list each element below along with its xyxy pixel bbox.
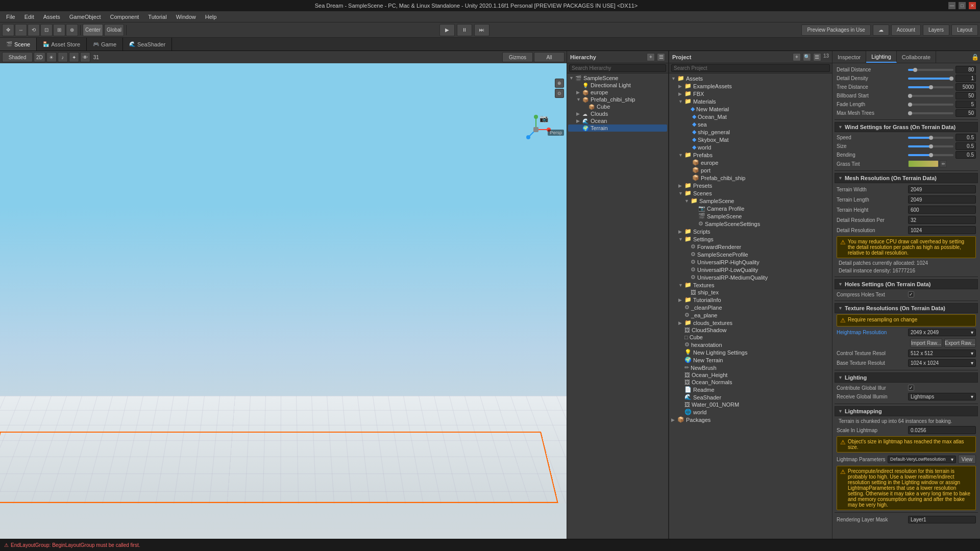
tab-game[interactable]: 🎮 Game [87,38,123,51]
proj-urp-high[interactable]: ⚙ UniversalRP-HighQuality [670,258,831,266]
scene-nav-btn-1[interactable]: ⊕ [555,79,564,88]
proj-world[interactable]: ◆ world [670,143,831,151]
proj-tutorial-info[interactable]: ▶ 📁 TutorialInfo [670,296,831,304]
shading-mode-button[interactable]: Shaded [2,52,33,62]
base-texture-select[interactable]: 1024 x 1024 ▾ [908,359,976,367]
proj-skybox-mat[interactable]: ◆ Skybox_Mat [670,136,831,143]
hierarchy-add-button[interactable]: + [647,53,655,61]
proj-hexarotation[interactable]: ⚙ hexarotation [670,341,831,348]
proj-ship-general[interactable]: ◆ ship_general [670,128,831,136]
proj-ea-plane[interactable]: ⚙ _ea_plane [670,311,831,319]
billboard-start-value[interactable]: 50 [955,92,976,99]
proj-presets[interactable]: ▶ 📁 Presets [670,182,831,189]
terrain-width-value[interactable]: 2049 [908,185,976,193]
detail-density-control[interactable]: 1 [908,74,976,82]
proj-settings[interactable]: ▼ 📁 Settings [670,235,831,243]
proj-readme[interactable]: 📄 Readme [670,386,831,393]
proj-urp-medium[interactable]: ⚙ UniversalRP-MediumQuality [670,273,831,281]
hierarchy-item-europe[interactable]: ▶ 📦 europe [568,89,667,96]
hierarchy-item-terrain[interactable]: ▶ 🌍 Terrain [568,124,667,132]
wind-size-slider[interactable] [908,145,953,147]
wind-bending-slider[interactable] [908,154,953,156]
scene-fx-button[interactable]: ✦ [69,52,79,62]
rendering-layer-value[interactable]: Layer1 [908,516,976,523]
proj-prefab-chibi-ship[interactable]: 📦 Prefab_chibi_ship [670,174,831,182]
preview-packages-button[interactable]: Preview Packages in Use [801,24,870,36]
export-raw-button[interactable]: Export Raw... [944,338,976,347]
2d-mode-button[interactable]: 2D [34,52,45,62]
move-tool[interactable]: ↔ [15,24,27,36]
all-tag-button[interactable]: All [534,52,565,62]
texture-res-header[interactable]: ▼ Texture Resolutions (On Terrain Data) [835,303,978,313]
project-add-button[interactable]: + [793,53,801,61]
grass-tint-swatch[interactable] [908,160,939,167]
tree-distance-slider[interactable] [908,86,953,88]
proj-example-assets[interactable]: ▶ 📁 ExampleAssets [670,82,831,90]
terrain-length-value[interactable]: 2049 [908,195,976,204]
gizmos-button[interactable]: Gizmos [502,52,533,62]
grass-tint-edit-button[interactable]: ✏ [940,160,947,167]
tab-asset-store[interactable]: 🏪 Asset Store [37,38,87,51]
menu-gameobject[interactable]: GameObject [65,13,105,21]
wind-speed-slider[interactable] [908,137,953,139]
pivot-global-button[interactable]: Global [104,24,124,36]
fade-length-control[interactable]: 5 [908,101,976,108]
close-button[interactable]: ✕ [969,2,976,9]
wind-speed-control[interactable]: 0.5 [908,134,976,141]
scene-view[interactable]: Shaded 2D ☀ ♪ ✦ 👁 31 Gizmos All [0,51,567,539]
proj-forward-renderer[interactable]: ⚙ ForwardRenderer [670,243,831,251]
proj-ocean-height[interactable]: 🖼 Ocean_Height [670,371,831,379]
tab-inspector[interactable]: Inspector [832,51,866,63]
proj-clean-plane[interactable]: ⚙ _cleanPlane [670,304,831,311]
hierarchy-item-directional-light[interactable]: ▶ 💡 Directional Light [568,82,667,89]
proj-assets-folder[interactable]: ▼ 📁 Assets [670,74,831,82]
scale-lightmap-value[interactable]: 0.0256 [908,426,976,434]
maximize-button[interactable]: □ [959,2,966,9]
max-mesh-trees-slider[interactable] [908,112,953,114]
project-search-input[interactable] [671,64,830,72]
account-button[interactable]: Account [891,24,921,36]
play-button[interactable]: ▶ [439,24,455,36]
contribute-global-checkbox[interactable]: ✓ [908,385,914,391]
proj-sample-scene-folder[interactable]: ▼ 📁 SampleScene [670,197,831,205]
tree-distance-control[interactable]: 5000 [908,83,976,91]
proj-scenes[interactable]: ▼ 📁 Scenes [670,189,831,197]
tab-scene[interactable]: 🎬 Scene [0,38,37,51]
proj-materials[interactable]: ▼ 📁 Materials [670,97,831,105]
control-texture-select[interactable]: 512 x 512 ▾ [908,349,976,357]
proj-urp-low[interactable]: ⚙ UniversalRP-LowQuality [670,266,831,273]
wind-bending-value[interactable]: 0.5 [955,151,976,159]
detail-distance-slider[interactable] [908,69,953,71]
proj-packages[interactable]: ▶ 📦 Packages [670,416,831,423]
tree-distance-value[interactable]: 5000 [955,83,976,91]
fade-length-slider[interactable] [908,104,953,106]
proj-ocean-normals[interactable]: 🖼 Ocean_Normals [670,379,831,386]
scene-hidden-objects-button[interactable]: 👁 [80,52,90,62]
lp-view-button[interactable]: View [958,455,976,464]
detail-distance-value[interactable]: 80 [955,66,976,73]
hierarchy-item-clouds[interactable]: ▶ ☁ Clouds [568,110,667,117]
detail-res-per-value[interactable]: 32 [908,216,976,224]
project-search-button[interactable]: 🔍 [803,53,811,61]
proj-port[interactable]: 📦 port [670,166,831,174]
menu-component[interactable]: Component [106,13,143,21]
scene-lighting-button[interactable]: ☀ [46,52,57,62]
menu-file[interactable]: File [2,13,19,21]
layout-button[interactable]: Layout [951,24,978,36]
fade-length-value[interactable]: 5 [955,101,976,108]
pivot-center-button[interactable]: Center [83,24,103,36]
heightmap-res-select[interactable]: 2049 x 2049 ▾ [908,329,976,336]
wind-bending-control[interactable]: 0.5 [908,151,976,159]
mesh-resolution-header[interactable]: ▼ Mesh Resolution (On Terrain Data) [835,173,978,183]
proj-sample-scene-asset[interactable]: 🎬 SampleScene [670,212,831,220]
detail-density-value[interactable]: 1 [955,74,976,82]
proj-ocean-mat[interactable]: ◆ Ocean_Mat [670,113,831,120]
step-button[interactable]: ⏭ [474,24,489,36]
project-menu-button[interactable]: ☰ [813,53,821,61]
hierarchy-item-samplescene[interactable]: ▼ 🎬 SampleScene [568,74,667,82]
billboard-start-slider[interactable] [908,95,953,97]
pause-button[interactable]: ⏸ [457,24,472,36]
lightmapping-header[interactable]: ▼ Lightmapping [835,406,978,416]
proj-new-lighting[interactable]: 💡 New Lighting Settings [670,348,831,356]
terrain-height-value[interactable]: 600 [908,206,976,214]
